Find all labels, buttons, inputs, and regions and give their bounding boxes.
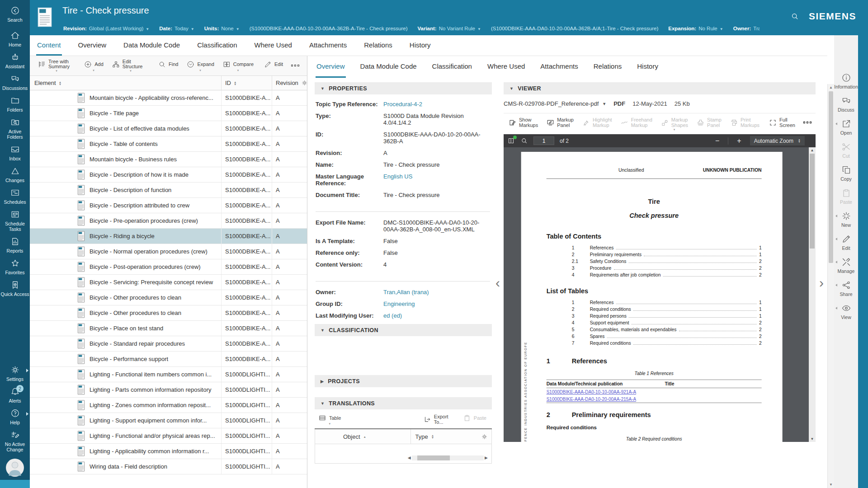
nav-item-changes[interactable]: Changes <box>0 164 30 185</box>
tree-row[interactable]: Bicycle - Standard repair proceduresS100… <box>30 336 307 352</box>
rail-item-new[interactable]: New <box>834 211 858 228</box>
tree-row[interactable]: Bicycle - Description of how it is madeS… <box>30 167 307 183</box>
user-avatar[interactable] <box>0 455 30 480</box>
toolbar-button-find[interactable]: Find <box>155 60 181 72</box>
scrollbar-thumb[interactable] <box>829 91 833 263</box>
panel-scrollbar[interactable]: ▲ ▼ <box>827 84 834 488</box>
nav-item-schedule-tasks[interactable]: Schedule Tasks <box>0 207 30 234</box>
detail-tab-classification[interactable]: Classification <box>431 56 473 78</box>
header-field-variant[interactable]: Variant:No Variant Rule▼ <box>418 26 481 31</box>
toolbar-button-add[interactable]: Add▾ <box>80 60 107 72</box>
pdf-page-area[interactable]: DEFENCE INDUSTRIES ASSOCIATION OF EUROPE… <box>504 147 816 442</box>
scrollbar-thumb[interactable] <box>810 154 815 249</box>
scroll-left-arrow-icon[interactable]: ◀ <box>407 456 412 460</box>
detail-tab-history[interactable]: History <box>636 56 659 78</box>
nav-item-assistant[interactable]: Assistant <box>0 50 30 71</box>
toolbar-button-more[interactable] <box>288 60 302 72</box>
export-to-button[interactable]: Export To... <box>420 414 460 425</box>
rail-item-copy[interactable]: Copy <box>834 164 858 182</box>
pdf-reference-link[interactable]: S1000DBIKE-AAA-DA0-10-20-00AA-215A-A <box>547 395 636 403</box>
tree-row[interactable]: Bicycle - Title pageS1000DBIKE-A...A <box>30 106 307 121</box>
tree-row[interactable]: Mountain bicycle - Applicability cross-r… <box>30 90 307 106</box>
tree-row[interactable]: Bicycle - Performance supportS1000DBIKE-… <box>30 352 307 367</box>
scroll-down-arrow-icon[interactable]: ▼ <box>809 437 816 441</box>
scroll-down-arrow-icon[interactable]: ▼ <box>828 483 834 487</box>
nav-item-home[interactable]: Home <box>0 28 30 50</box>
scrollbar-thumb[interactable] <box>417 455 450 460</box>
tree-row[interactable]: Bicycle - Post-operation procedures (cre… <box>30 259 307 275</box>
toolbar-button-tree-with-summary[interactable]: Tree with Summary▾ <box>34 59 79 73</box>
section-classification[interactable]: ▼ CLASSIFICATION <box>315 324 492 336</box>
detail-tab-where-used[interactable]: Where Used <box>486 56 526 78</box>
tree-row[interactable]: Bicycle - Other procedures to cleanS1000… <box>30 305 307 321</box>
horizontal-scrollbar[interactable]: ◀ ▶ <box>407 455 489 461</box>
section-properties[interactable]: ▼ PROPERTIES <box>315 82 492 94</box>
search-icon[interactable] <box>790 12 799 21</box>
tree-row[interactable]: Bicycle - Other procedures to cleanS1000… <box>30 290 307 305</box>
rail-item-share[interactable]: Share <box>834 280 858 297</box>
tree-row[interactable]: Bicycle - List of effective data modules… <box>30 121 307 136</box>
pdf-reference-link[interactable]: S1000DBIKE-AAA-DA0-10-10-00AA-921A-A <box>547 388 636 395</box>
header-field-units[interactable]: Units:None▼ <box>204 26 240 31</box>
rail-item-open[interactable]: Open <box>834 118 858 136</box>
nav-item-discussions[interactable]: Discussions <box>0 71 30 93</box>
main-tab-attachments[interactable]: Attachments <box>308 35 348 56</box>
tree-row[interactable]: Mountain bicycle - Business rulesS1000DB… <box>30 152 307 167</box>
tree-row[interactable]: Bicycle - Normal operation procedures (c… <box>30 244 307 259</box>
paste-button[interactable]: Paste <box>460 414 489 422</box>
detail-tab-attachments[interactable]: Attachments <box>539 56 579 78</box>
tree-row[interactable]: Bicycle - Place on test standS1000DBIKE-… <box>30 321 307 336</box>
nav-item-favorites[interactable]: Favorites <box>0 256 30 277</box>
zoom-in-button[interactable]: + <box>734 137 744 145</box>
column-header-id[interactable]: ID ▲▼ <box>221 76 272 90</box>
tree-row[interactable]: Bicycle - Description of functionS1000DB… <box>30 183 307 198</box>
page-number-input[interactable]: 1 <box>533 136 554 145</box>
right-edge-strip[interactable] <box>858 35 868 488</box>
file-selector[interactable]: CMS-R-029708-PDF_Reference-pdf ▼ <box>504 100 606 107</box>
nav-item-active-folders[interactable]: Active Folders <box>0 115 30 142</box>
detail-tab-relations[interactable]: Relations <box>593 56 623 78</box>
markup-button-freehand-markup[interactable]: Freehand Markup <box>617 117 656 131</box>
column-header-type[interactable]: Type ▲▼ <box>410 429 491 444</box>
tree-row[interactable]: Lighting - Zones common information repo… <box>30 398 307 413</box>
nav-item-inbox[interactable]: Inbox <box>0 142 30 164</box>
detail-tab-overview[interactable]: Overview <box>316 56 346 78</box>
column-settings-gear-icon[interactable] <box>301 80 308 86</box>
header-field-expansion[interactable]: Expansion:No Rule▼ <box>668 26 723 31</box>
tree-row[interactable]: Bicycle - Servicing: Prerequisite concep… <box>30 275 307 290</box>
rail-item-edit[interactable]: Edit <box>834 234 858 251</box>
viewer-next-chevron[interactable]: › <box>816 78 827 488</box>
markup-button-show-markups[interactable]: Show Markups <box>505 117 542 131</box>
sort-icon[interactable]: ▲▼ <box>234 81 236 85</box>
tree-row[interactable]: Bicycle - Table of contentsS1000DBIKE-A.… <box>30 136 307 152</box>
nav-item-reports[interactable]: Reports <box>0 234 30 256</box>
rail-item-view[interactable]: View <box>834 303 858 320</box>
scroll-up-arrow-icon[interactable]: ▲ <box>828 85 834 89</box>
pdf-find-icon[interactable] <box>520 137 528 145</box>
tree-row[interactable]: Bicycle - Pre-operation procedures (crew… <box>30 213 307 229</box>
header-field-owner[interactable]: Owner:Tran,Allan (trana) <box>733 26 760 31</box>
pdf-sidebar-toggle-icon[interactable] <box>507 137 515 145</box>
nav-item-folders[interactable]: Folders <box>0 93 30 115</box>
rail-item-manage[interactable]: Manage <box>834 257 858 274</box>
sort-icon[interactable]: ▲▼ <box>59 81 61 85</box>
detail-tab-data-module-code[interactable]: Data Module Code <box>359 56 418 78</box>
markup-button-more[interactable] <box>800 117 815 129</box>
main-tab-history[interactable]: History <box>409 35 432 56</box>
column-header-element[interactable]: Element ▲▼ <box>30 80 221 86</box>
markup-button-markup-shapes[interactable]: Markup Shapes▾ <box>657 117 692 131</box>
nav-item-quick-access[interactable]: Quick Access <box>0 277 30 299</box>
nav-item-schedules[interactable]: Schedules <box>0 185 30 207</box>
nav-item-no-active-change[interactable]: No Active Change <box>0 427 30 455</box>
section-translations[interactable]: ▼ TRANSLATIONS <box>315 397 492 409</box>
markup-button-markup-panel[interactable]: Markup Panel <box>542 117 577 131</box>
toolbar-button-compare[interactable]: Compare▾ <box>219 60 257 72</box>
nav-item-alerts[interactable]: Alerts2 <box>0 384 30 406</box>
viewer-prev-chevron[interactable]: ‹ <box>492 78 504 488</box>
markup-button-stamp-panel[interactable]: Stamp Panel <box>693 117 725 131</box>
zoom-out-button[interactable]: − <box>712 137 722 145</box>
column-header-object[interactable]: Object ▲ <box>315 433 410 440</box>
nav-item-help[interactable]: Help <box>0 406 30 427</box>
tree-row[interactable]: Bicycle - Description attributed to crew… <box>30 198 307 213</box>
main-tab-classification[interactable]: Classification <box>196 35 238 56</box>
